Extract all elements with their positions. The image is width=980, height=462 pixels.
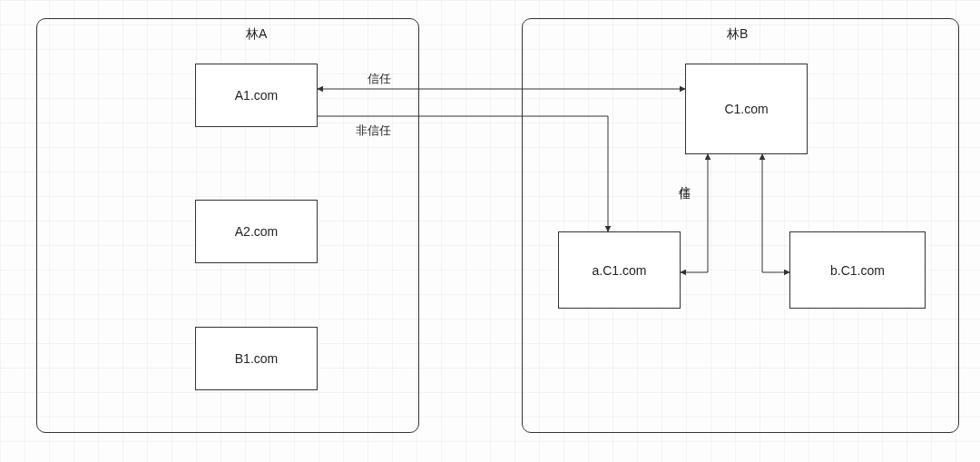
node-b-c1: b.C1.com (789, 231, 926, 309)
edge-label-trust-c1-ac1: 信任 (676, 177, 692, 181)
node-c1: C1.com (685, 64, 808, 154)
forest-b-title: 林B (727, 26, 748, 43)
forest-a-title: 林A (246, 26, 267, 43)
edge-label-nontrust-a1-ac1: 非信任 (356, 123, 391, 139)
node-a2: A2.com (195, 200, 318, 263)
edge-label-trust-a1-c1: 信任 (368, 71, 391, 87)
node-b1: B1.com (195, 327, 318, 390)
node-a-c1: a.C1.com (558, 231, 681, 309)
node-a1: A1.com (195, 64, 318, 127)
